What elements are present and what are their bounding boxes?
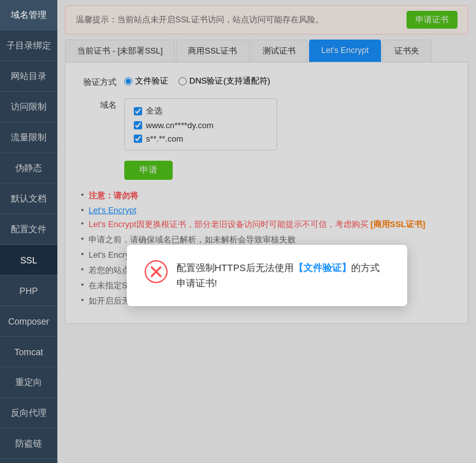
sidebar-item-pseudo-static[interactable]: 伪静态 xyxy=(0,153,57,184)
sidebar-item-composer[interactable]: Composer xyxy=(0,306,57,337)
sidebar-item-domain-mgmt[interactable]: 域名管理 xyxy=(0,0,57,31)
sidebar-item-default-doc[interactable]: 默认文档 xyxy=(0,184,57,214)
modal-body: 配置强制HTTPS后无法使用【文件验证】的方式申请证书! xyxy=(177,260,389,291)
error-icon xyxy=(145,260,168,283)
sidebar-item-traffic-limit[interactable]: 流量限制 xyxy=(0,122,57,153)
sidebar-item-subdir-bind[interactable]: 子目录绑定 xyxy=(0,31,57,61)
sidebar-item-tamper-proof[interactable]: 防篡改 xyxy=(0,459,57,463)
main-content: 温馨提示：当前站点未开启SSL证书访问，站点访问可能存在风险。 申请证书 当前证… xyxy=(57,0,476,463)
modal-text: 配置强制HTTPS后无法使用【文件验证】的方式申请证书! xyxy=(177,260,389,291)
sidebar-item-config-file[interactable]: 配置文件 xyxy=(0,214,57,245)
sidebar-item-access-limit[interactable]: 访问限制 xyxy=(0,92,57,122)
sidebar-item-reverse-proxy[interactable]: 反向代理 xyxy=(0,398,57,429)
sidebar-item-website-dir[interactable]: 网站目录 xyxy=(0,61,57,92)
sidebar-item-hotlink[interactable]: 防盗链 xyxy=(0,429,57,459)
sidebar-item-tomcat[interactable]: Tomcat xyxy=(0,337,57,367)
sidebar-item-redirect[interactable]: 重定向 xyxy=(0,367,57,398)
modal-dialog: 配置强制HTTPS后无法使用【文件验证】的方式申请证书! xyxy=(127,245,407,306)
modal-overlay[interactable]: 配置强制HTTPS后无法使用【文件验证】的方式申请证书! xyxy=(57,0,476,463)
sidebar: 域名管理 子目录绑定 网站目录 访问限制 流量限制 伪静态 默认文档 配置文件 … xyxy=(0,0,57,463)
sidebar-item-php[interactable]: PHP xyxy=(0,276,57,306)
sidebar-item-ssl[interactable]: SSL xyxy=(0,245,57,276)
